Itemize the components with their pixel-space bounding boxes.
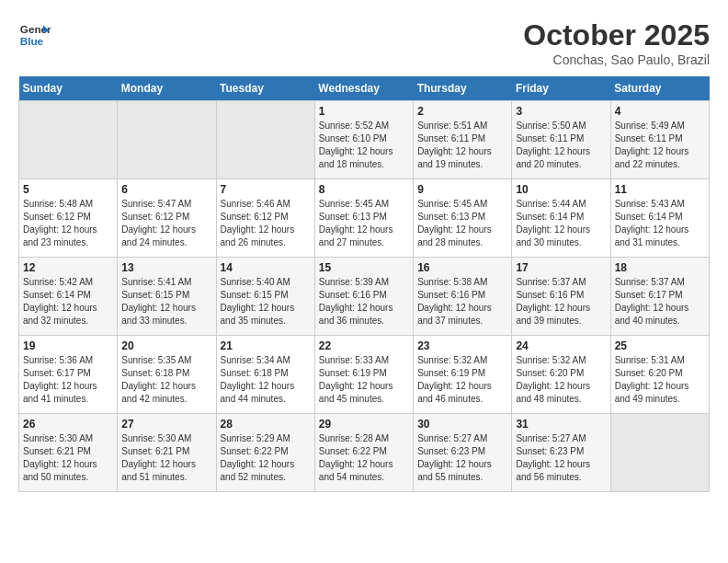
day-number: 16 (417, 261, 507, 274)
day-info: Sunrise: 5:27 AM Sunset: 6:23 PM Dayligh… (516, 432, 606, 484)
day-number: 9 (417, 183, 507, 196)
day-number: 1 (319, 105, 409, 118)
calendar-cell: 29 Sunrise: 5:28 AM Sunset: 6:22 PM Dayl… (314, 414, 413, 492)
calendar-cell (216, 101, 314, 179)
calendar-week-2: 5 Sunrise: 5:48 AM Sunset: 6:12 PM Dayli… (19, 179, 710, 258)
day-number: 5 (23, 183, 113, 196)
day-info: Sunrise: 5:47 AM Sunset: 6:12 PM Dayligh… (121, 198, 211, 249)
day-number: 13 (121, 261, 211, 274)
calendar-cell: 20 Sunrise: 5:35 AM Sunset: 6:18 PM Dayl… (118, 336, 216, 414)
day-info: Sunrise: 5:38 AM Sunset: 6:16 PM Dayligh… (417, 276, 507, 327)
day-info: Sunrise: 5:52 AM Sunset: 6:10 PM Dayligh… (319, 120, 409, 171)
calendar-week-1: 1 Sunrise: 5:52 AM Sunset: 6:10 PM Dayli… (19, 101, 710, 179)
day-info: Sunrise: 5:30 AM Sunset: 6:21 PM Dayligh… (121, 432, 211, 484)
calendar-cell: 3 Sunrise: 5:50 AM Sunset: 6:11 PM Dayli… (512, 101, 610, 179)
title-block: October 2025 Conchas, Sao Paulo, Brazil (523, 18, 710, 67)
calendar-cell: 12 Sunrise: 5:42 AM Sunset: 6:14 PM Dayl… (19, 258, 118, 336)
calendar-cell: 21 Sunrise: 5:34 AM Sunset: 6:18 PM Dayl… (216, 336, 314, 414)
calendar-cell: 6 Sunrise: 5:47 AM Sunset: 6:12 PM Dayli… (118, 179, 216, 258)
day-info: Sunrise: 5:51 AM Sunset: 6:11 PM Dayligh… (417, 120, 507, 171)
day-number: 4 (615, 105, 705, 118)
day-number: 26 (23, 418, 113, 431)
day-number: 19 (23, 339, 113, 352)
location: Conchas, Sao Paulo, Brazil (523, 52, 710, 67)
day-info: Sunrise: 5:46 AM Sunset: 6:12 PM Dayligh… (221, 198, 311, 249)
calendar-cell: 31 Sunrise: 5:27 AM Sunset: 6:23 PM Dayl… (512, 414, 610, 492)
calendar-cell: 10 Sunrise: 5:44 AM Sunset: 6:14 PM Dayl… (512, 179, 610, 258)
day-info: Sunrise: 5:28 AM Sunset: 6:22 PM Dayligh… (319, 432, 409, 484)
calendar-cell: 24 Sunrise: 5:32 AM Sunset: 6:20 PM Dayl… (512, 336, 610, 414)
day-number: 15 (319, 261, 409, 274)
day-info: Sunrise: 5:50 AM Sunset: 6:11 PM Dayligh… (516, 120, 606, 171)
day-info: Sunrise: 5:41 AM Sunset: 6:15 PM Dayligh… (121, 276, 211, 327)
calendar-week-3: 12 Sunrise: 5:42 AM Sunset: 6:14 PM Dayl… (19, 258, 710, 336)
calendar-cell: 26 Sunrise: 5:30 AM Sunset: 6:21 PM Dayl… (19, 414, 118, 492)
calendar-cell (610, 414, 709, 492)
calendar-cell: 1 Sunrise: 5:52 AM Sunset: 6:10 PM Dayli… (314, 101, 413, 179)
day-number: 7 (221, 183, 311, 196)
day-number: 14 (221, 261, 311, 274)
day-info: Sunrise: 5:42 AM Sunset: 6:14 PM Dayligh… (23, 276, 113, 327)
weekday-header-friday: Friday (512, 76, 610, 101)
day-number: 17 (516, 261, 606, 274)
weekday-header-wednesday: Wednesday (314, 76, 413, 101)
day-info: Sunrise: 5:30 AM Sunset: 6:21 PM Dayligh… (23, 432, 113, 484)
day-number: 30 (417, 418, 507, 431)
weekday-header-sunday: Sunday (19, 76, 118, 101)
calendar-cell (19, 101, 118, 179)
day-info: Sunrise: 5:31 AM Sunset: 6:20 PM Dayligh… (615, 354, 705, 406)
calendar-cell: 25 Sunrise: 5:31 AM Sunset: 6:20 PM Dayl… (610, 336, 709, 414)
day-number: 2 (417, 105, 507, 118)
day-number: 23 (417, 339, 507, 352)
calendar-cell: 8 Sunrise: 5:45 AM Sunset: 6:13 PM Dayli… (314, 179, 413, 258)
day-number: 10 (516, 183, 606, 196)
day-info: Sunrise: 5:33 AM Sunset: 6:19 PM Dayligh… (319, 354, 409, 406)
day-number: 27 (121, 418, 211, 431)
calendar-cell: 23 Sunrise: 5:32 AM Sunset: 6:19 PM Dayl… (414, 336, 512, 414)
calendar-cell: 9 Sunrise: 5:45 AM Sunset: 6:13 PM Dayli… (414, 179, 512, 258)
day-info: Sunrise: 5:43 AM Sunset: 6:14 PM Dayligh… (615, 198, 705, 249)
calendar-cell: 2 Sunrise: 5:51 AM Sunset: 6:11 PM Dayli… (414, 101, 512, 179)
calendar-cell: 30 Sunrise: 5:27 AM Sunset: 6:23 PM Dayl… (414, 414, 512, 492)
calendar-cell: 28 Sunrise: 5:29 AM Sunset: 6:22 PM Dayl… (216, 414, 314, 492)
day-number: 25 (615, 339, 705, 352)
logo-icon: General Blue (18, 18, 51, 52)
day-number: 6 (121, 183, 211, 196)
calendar-cell: 17 Sunrise: 5:37 AM Sunset: 6:16 PM Dayl… (512, 258, 610, 336)
svg-text:Blue: Blue (20, 35, 44, 47)
calendar-cell: 14 Sunrise: 5:40 AM Sunset: 6:15 PM Dayl… (216, 258, 314, 336)
day-number: 21 (221, 339, 311, 352)
day-number: 31 (516, 418, 606, 431)
page-header: General Blue October 2025 Conchas, Sao P… (18, 18, 710, 67)
calendar-cell: 27 Sunrise: 5:30 AM Sunset: 6:21 PM Dayl… (118, 414, 216, 492)
day-info: Sunrise: 5:32 AM Sunset: 6:20 PM Dayligh… (516, 354, 606, 406)
day-info: Sunrise: 5:37 AM Sunset: 6:17 PM Dayligh… (615, 276, 705, 327)
day-number: 3 (516, 105, 606, 118)
day-info: Sunrise: 5:34 AM Sunset: 6:18 PM Dayligh… (221, 354, 311, 406)
calendar-cell: 5 Sunrise: 5:48 AM Sunset: 6:12 PM Dayli… (19, 179, 118, 258)
day-info: Sunrise: 5:40 AM Sunset: 6:15 PM Dayligh… (221, 276, 311, 327)
day-info: Sunrise: 5:32 AM Sunset: 6:19 PM Dayligh… (417, 354, 507, 406)
calendar-cell: 11 Sunrise: 5:43 AM Sunset: 6:14 PM Dayl… (610, 179, 709, 258)
calendar-cell (118, 101, 216, 179)
day-number: 11 (615, 183, 705, 196)
day-info: Sunrise: 5:45 AM Sunset: 6:13 PM Dayligh… (319, 198, 409, 249)
weekday-header-monday: Monday (118, 76, 216, 101)
calendar-cell: 22 Sunrise: 5:33 AM Sunset: 6:19 PM Dayl… (314, 336, 413, 414)
calendar-cell: 16 Sunrise: 5:38 AM Sunset: 6:16 PM Dayl… (414, 258, 512, 336)
day-info: Sunrise: 5:36 AM Sunset: 6:17 PM Dayligh… (23, 354, 113, 406)
day-info: Sunrise: 5:27 AM Sunset: 6:23 PM Dayligh… (417, 432, 507, 484)
calendar-cell: 18 Sunrise: 5:37 AM Sunset: 6:17 PM Dayl… (610, 258, 709, 336)
calendar-cell: 7 Sunrise: 5:46 AM Sunset: 6:12 PM Dayli… (216, 179, 314, 258)
month-title: October 2025 (523, 18, 710, 52)
calendar-cell: 19 Sunrise: 5:36 AM Sunset: 6:17 PM Dayl… (19, 336, 118, 414)
day-info: Sunrise: 5:48 AM Sunset: 6:12 PM Dayligh… (23, 198, 113, 249)
weekday-header-row: SundayMondayTuesdayWednesdayThursdayFrid… (19, 76, 710, 101)
weekday-header-tuesday: Tuesday (216, 76, 314, 101)
day-number: 8 (319, 183, 409, 196)
day-info: Sunrise: 5:45 AM Sunset: 6:13 PM Dayligh… (417, 198, 507, 249)
day-info: Sunrise: 5:37 AM Sunset: 6:16 PM Dayligh… (516, 276, 606, 327)
day-number: 22 (319, 339, 409, 352)
day-info: Sunrise: 5:39 AM Sunset: 6:16 PM Dayligh… (319, 276, 409, 327)
calendar-week-4: 19 Sunrise: 5:36 AM Sunset: 6:17 PM Dayl… (19, 336, 710, 414)
